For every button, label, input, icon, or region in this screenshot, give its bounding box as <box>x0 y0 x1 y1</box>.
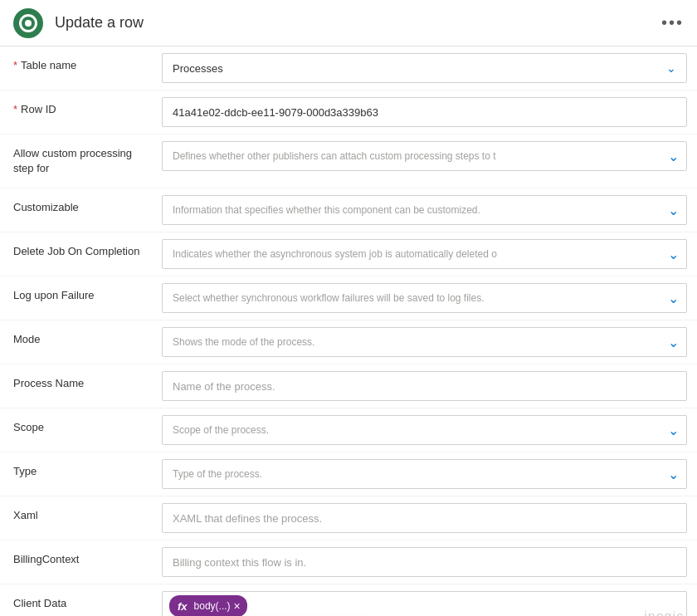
select-allow-custom[interactable]: Defines whether other publishers can att… <box>162 141 687 171</box>
select-type[interactable]: Type of the process. <box>162 459 687 489</box>
select-log-failure[interactable]: Select whether synchronous workflow fail… <box>162 283 687 313</box>
token-close-button[interactable]: × <box>234 600 241 612</box>
field-allow-custom: Defines whether other publishers can att… <box>162 134 697 178</box>
form-row-row-id: * Row ID <box>0 90 697 134</box>
field-process-name <box>162 364 697 408</box>
field-xaml <box>162 496 697 540</box>
label-billing-context: BillingContext <box>0 540 162 579</box>
select-wrapper-type: Type of the process. ⌄ <box>162 459 687 489</box>
form-row-mode: Mode Shows the mode of the process. ⌄ <box>0 320 697 364</box>
form-row-scope: Scope Scope of the process. ⌄ <box>0 408 697 452</box>
label-mode: Mode <box>0 320 162 359</box>
field-row-id <box>162 90 697 134</box>
form-row-billing-context: BillingContext <box>0 540 697 584</box>
select-table-name[interactable]: Processes ⌄ <box>162 53 687 83</box>
form-row-table-name: * Table name Processes ⌄ <box>0 46 697 90</box>
form-row-type: Type Type of the process. ⌄ <box>0 452 697 496</box>
input-xaml[interactable] <box>162 503 687 533</box>
chevron-down-icon: ⌄ <box>666 61 676 75</box>
label-allow-custom: Allow custom processing step for <box>0 134 162 188</box>
label-row-id: * Row ID <box>0 90 162 129</box>
field-customizable: Information that specifies whether this … <box>162 188 697 232</box>
form-row-process-name: Process Name <box>0 364 697 408</box>
select-wrapper-allow-custom: Defines whether other publishers can att… <box>162 141 687 171</box>
select-customizable[interactable]: Information that specifies whether this … <box>162 195 687 225</box>
select-scope[interactable]: Scope of the process. <box>162 415 687 445</box>
form-row-allow-custom: Allow custom processing step for Defines… <box>0 134 697 188</box>
page-title: Update a row <box>55 14 661 32</box>
token-client-data: fx body(...) × <box>169 595 247 616</box>
field-log-failure: Select whether synchronous workflow fail… <box>162 276 697 320</box>
form-row-client-data: Client Data fx body(...) × 𝖗 body('Parse… <box>0 584 697 616</box>
form-row-log-failure: Log upon Failure Select whether synchron… <box>0 276 697 320</box>
app-logo <box>13 8 43 38</box>
form-row-customizable: Customizable Information that specifies … <box>0 188 697 232</box>
label-scope: Scope <box>0 408 162 447</box>
select-wrapper-mode: Shows the mode of the process. ⌄ <box>162 327 687 357</box>
label-xaml: Xaml <box>0 496 162 535</box>
input-billing-context[interactable] <box>162 547 687 577</box>
label-customizable: Customizable <box>0 188 162 227</box>
app-header: Update a row ••• <box>0 0 697 46</box>
required-star-table-name: * <box>13 58 17 73</box>
field-billing-context <box>162 540 697 584</box>
field-mode: Shows the mode of the process. ⌄ <box>162 320 697 364</box>
label-delete-job: Delete Job On Completion <box>0 232 162 271</box>
field-type: Type of the process. ⌄ <box>162 452 697 496</box>
label-client-data: Client Data <box>0 584 162 616</box>
form-container: * Table name Processes ⌄ * Row ID Allow … <box>0 46 697 616</box>
select-wrapper-delete-job: Indicates whether the asynchronous syste… <box>162 239 687 269</box>
select-wrapper-customizable: Information that specifies whether this … <box>162 195 687 225</box>
input-row-id[interactable] <box>162 97 687 127</box>
fx-icon: fx <box>174 600 191 613</box>
select-wrapper-log-failure: Select whether synchronous workflow fail… <box>162 283 687 313</box>
label-process-name: Process Name <box>0 364 162 403</box>
form-row-xaml: Xaml <box>0 496 697 540</box>
form-row-delete-job: Delete Job On Completion Indicates wheth… <box>0 232 697 276</box>
label-table-name: * Table name <box>0 46 162 85</box>
token-container-client-data[interactable]: fx body(...) × <box>162 591 687 616</box>
select-mode[interactable]: Shows the mode of the process. <box>162 327 687 357</box>
field-delete-job: Indicates whether the asynchronous syste… <box>162 232 697 276</box>
token-label: body(...) <box>194 600 231 612</box>
label-type: Type <box>0 452 162 491</box>
header-menu-button[interactable]: ••• <box>661 13 684 32</box>
select-delete-job[interactable]: Indicates whether the asynchronous syste… <box>162 239 687 269</box>
select-wrapper-scope: Scope of the process. ⌄ <box>162 415 687 445</box>
input-process-name[interactable] <box>162 371 687 401</box>
label-log-failure: Log upon Failure <box>0 276 162 315</box>
field-scope: Scope of the process. ⌄ <box>162 408 697 452</box>
app-logo-icon <box>19 14 37 32</box>
field-client-data: fx body(...) × 𝖗 body('Parse_JSON')['cli… <box>162 584 697 616</box>
required-star-row-id: * <box>13 102 17 117</box>
field-table-name: Processes ⌄ <box>162 46 697 90</box>
